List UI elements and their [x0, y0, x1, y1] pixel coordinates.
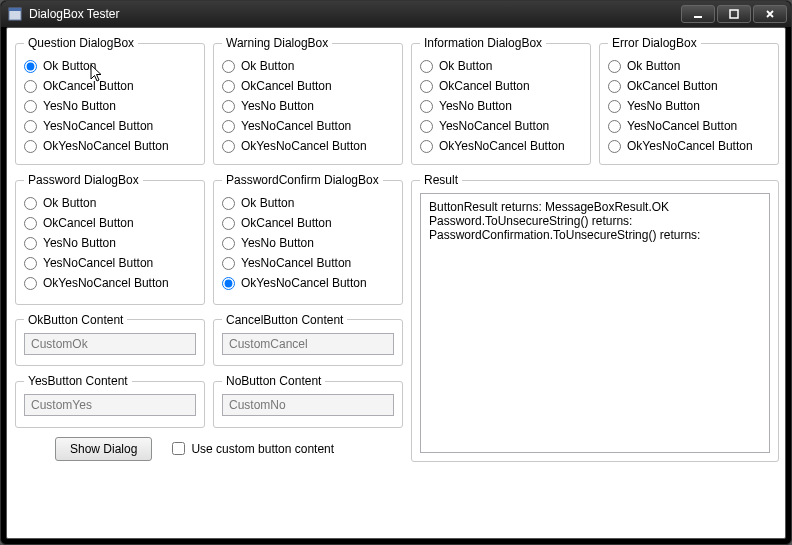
- radio-option[interactable]: YesNo Button: [420, 96, 582, 116]
- minimize-button[interactable]: [681, 5, 715, 23]
- radio-option[interactable]: YesNoCancel Button: [222, 116, 394, 136]
- radio-option[interactable]: YesNo Button: [222, 96, 394, 116]
- radio-option[interactable]: OkCancel Button: [608, 76, 770, 96]
- group-warning-dialogbox: Warning DialogBox Ok ButtonOkCancel Butt…: [213, 36, 403, 165]
- radio-option[interactable]: Ok Button: [24, 193, 196, 213]
- radio-input[interactable]: [608, 120, 621, 133]
- nobutton-content-input[interactable]: [222, 394, 394, 416]
- group-legend: Warning DialogBox: [222, 36, 332, 50]
- maximize-button[interactable]: [717, 5, 751, 23]
- radio-label: Ok Button: [241, 59, 294, 73]
- group-legend: Information DialogBox: [420, 36, 546, 50]
- okbutton-content-input[interactable]: [24, 333, 196, 355]
- radio-label: OkYesNoCancel Button: [627, 139, 753, 153]
- radio-input[interactable]: [608, 100, 621, 113]
- radio-input[interactable]: [24, 140, 37, 153]
- radio-label: YesNo Button: [439, 99, 512, 113]
- app-window: DialogBox Tester Question DialogBox Ok B…: [0, 0, 792, 545]
- group-legend: YesButton Content: [24, 374, 132, 388]
- group-result: Result ButtonResult returns: MessageBoxR…: [411, 173, 779, 462]
- radio-option[interactable]: YesNoCancel Button: [608, 116, 770, 136]
- radio-option[interactable]: OkCancel Button: [24, 213, 196, 233]
- radio-input[interactable]: [222, 100, 235, 113]
- radio-option[interactable]: OkYesNoCancel Button: [222, 136, 394, 156]
- radio-input[interactable]: [24, 120, 37, 133]
- svg-rect-2: [694, 16, 702, 18]
- radio-input[interactable]: [24, 217, 37, 230]
- actions-row: Show Dialog Use custom button content: [15, 436, 403, 463]
- yesbutton-content-input[interactable]: [24, 394, 196, 416]
- group-okbutton-content: OkButton Content: [15, 313, 205, 367]
- radio-label: OkCancel Button: [241, 216, 332, 230]
- radio-input[interactable]: [420, 140, 433, 153]
- radio-option[interactable]: YesNo Button: [24, 96, 196, 116]
- radio-label: OkCancel Button: [627, 79, 718, 93]
- radio-option[interactable]: Ok Button: [420, 56, 582, 76]
- radio-input[interactable]: [222, 120, 235, 133]
- radio-option[interactable]: YesNoCancel Button: [420, 116, 582, 136]
- radio-input[interactable]: [608, 140, 621, 153]
- radio-option[interactable]: Ok Button: [608, 56, 770, 76]
- radio-input[interactable]: [24, 277, 37, 290]
- radio-option[interactable]: Ok Button: [222, 193, 394, 213]
- radio-input[interactable]: [24, 80, 37, 93]
- radio-input[interactable]: [24, 60, 37, 73]
- use-custom-content-checkbox-input[interactable]: [172, 442, 185, 455]
- radio-input[interactable]: [24, 100, 37, 113]
- radio-option[interactable]: OkCancel Button: [222, 213, 394, 233]
- titlebar[interactable]: DialogBox Tester: [1, 1, 791, 27]
- radio-input[interactable]: [420, 100, 433, 113]
- radio-label: YesNo Button: [241, 236, 314, 250]
- radio-option[interactable]: OkCancel Button: [420, 76, 582, 96]
- radio-option[interactable]: OkYesNoCancel Button: [24, 136, 196, 156]
- radio-option[interactable]: YesNoCancel Button: [24, 116, 196, 136]
- show-dialog-button[interactable]: Show Dialog: [55, 437, 152, 461]
- radio-option[interactable]: YesNo Button: [608, 96, 770, 116]
- radio-input[interactable]: [222, 257, 235, 270]
- radio-label: YesNo Button: [627, 99, 700, 113]
- radio-input[interactable]: [420, 80, 433, 93]
- radio-input[interactable]: [24, 257, 37, 270]
- radio-input[interactable]: [420, 120, 433, 133]
- radio-option[interactable]: Ok Button: [222, 56, 394, 76]
- svg-rect-1: [9, 8, 21, 11]
- radio-input[interactable]: [222, 217, 235, 230]
- radio-input[interactable]: [222, 80, 235, 93]
- radio-option[interactable]: YesNoCancel Button: [222, 253, 394, 273]
- radio-input[interactable]: [420, 60, 433, 73]
- radio-input[interactable]: [222, 60, 235, 73]
- radio-option[interactable]: OkYesNoCancel Button: [222, 273, 394, 293]
- radio-input[interactable]: [24, 197, 37, 210]
- radio-option[interactable]: YesNo Button: [222, 233, 394, 253]
- radio-input[interactable]: [608, 60, 621, 73]
- group-legend: Question DialogBox: [24, 36, 138, 50]
- radio-option[interactable]: OkCancel Button: [222, 76, 394, 96]
- group-legend: OkButton Content: [24, 313, 127, 327]
- radio-option[interactable]: Ok Button: [24, 56, 196, 76]
- radio-label: OkCancel Button: [43, 216, 134, 230]
- cancelbutton-content-input[interactable]: [222, 333, 394, 355]
- radio-option[interactable]: OkCancel Button: [24, 76, 196, 96]
- use-custom-content-label: Use custom button content: [191, 442, 334, 456]
- radio-option[interactable]: OkYesNoCancel Button: [420, 136, 582, 156]
- radio-input[interactable]: [608, 80, 621, 93]
- group-question-dialogbox: Question DialogBox Ok ButtonOkCancel But…: [15, 36, 205, 165]
- radio-option[interactable]: YesNoCancel Button: [24, 253, 196, 273]
- close-button[interactable]: [753, 5, 787, 23]
- radio-input[interactable]: [222, 197, 235, 210]
- use-custom-content-checkbox[interactable]: Use custom button content: [172, 442, 334, 456]
- radio-option[interactable]: OkYesNoCancel Button: [608, 136, 770, 156]
- group-passwordconfirm-dialogbox: PasswordConfirm DialogBox Ok ButtonOkCan…: [213, 173, 403, 305]
- radio-input[interactable]: [222, 277, 235, 290]
- radio-input[interactable]: [222, 237, 235, 250]
- radio-label: Ok Button: [43, 196, 96, 210]
- radio-option[interactable]: YesNo Button: [24, 233, 196, 253]
- group-information-dialogbox: Information DialogBox Ok ButtonOkCancel …: [411, 36, 591, 165]
- group-legend: CancelButton Content: [222, 313, 347, 327]
- radio-label: YesNoCancel Button: [241, 256, 351, 270]
- radio-label: Ok Button: [241, 196, 294, 210]
- radio-input[interactable]: [222, 140, 235, 153]
- radio-input[interactable]: [24, 237, 37, 250]
- radio-label: Ok Button: [627, 59, 680, 73]
- radio-option[interactable]: OkYesNoCancel Button: [24, 273, 196, 293]
